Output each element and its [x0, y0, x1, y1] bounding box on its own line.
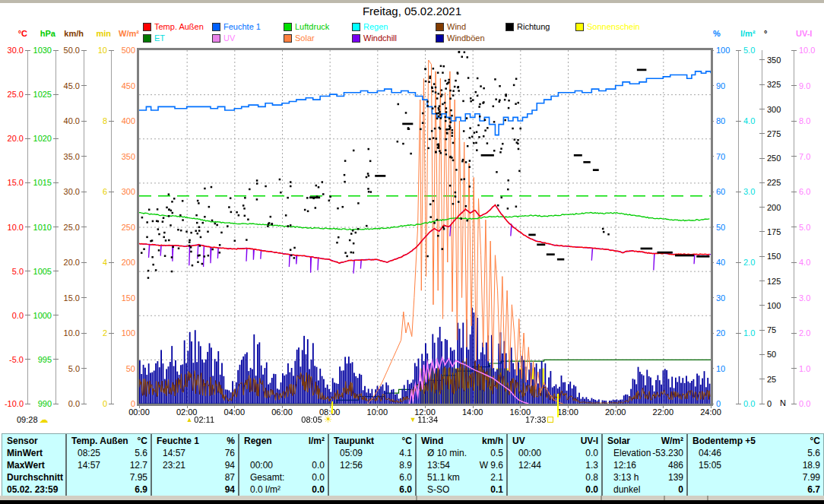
- axis-tick: [81, 156, 87, 157]
- axis-tick-label: 45.0: [52, 82, 80, 90]
- axis-tick: [791, 368, 797, 369]
- legend-label: Temp. Außen: [154, 22, 204, 31]
- summary-cell-row: 14:5776: [157, 448, 235, 460]
- legend-item-sonnenschein: Sonnenschein: [575, 22, 640, 31]
- moonset-icon: ▼: [409, 417, 416, 423]
- axis-tick-label: 5.0: [0, 268, 24, 276]
- legend-label: Windböen: [447, 33, 485, 43]
- legend-swatch: [505, 23, 514, 31]
- axis-tick-label: 5.0: [52, 365, 80, 373]
- legend-swatch: [212, 34, 220, 43]
- summary-cell-value: 94: [225, 460, 235, 472]
- summary-col-unit: l/m²: [309, 435, 325, 448]
- axis-tick-label: 2: [79, 329, 107, 338]
- axis-tick-label: 100: [107, 329, 135, 338]
- axis-tick: [791, 333, 797, 334]
- legend-item-richtung: Richtung: [505, 22, 550, 31]
- axis-tick: [791, 50, 797, 51]
- axis-tick-label: 150: [107, 294, 135, 303]
- axis-tick: [791, 227, 797, 227]
- axis-tick: [81, 227, 87, 227]
- axis-line: [762, 50, 762, 404]
- axis-tick: [759, 59, 765, 60]
- summary-col-unit: UV-I: [581, 435, 598, 448]
- axis-tick-label: 35.0: [52, 153, 80, 161]
- axis-unit-l/m²: l/m²: [740, 29, 766, 38]
- summary-cell-value: 1.3: [585, 460, 598, 472]
- legend-item-windchill: Windchill: [352, 33, 397, 43]
- summary-cell-time: 12:44: [512, 460, 541, 472]
- summary-cell-value: 8.9: [399, 460, 412, 472]
- summary-col-header: Feuchte 1%: [157, 435, 235, 448]
- summary-cell-row: 13:54W 9.6: [421, 460, 503, 472]
- axis-tick: [759, 379, 765, 379]
- summary-cell-value: 486: [668, 460, 683, 472]
- axis-unit-%: %: [713, 29, 739, 38]
- summary-cell-time: 13:54: [421, 460, 450, 472]
- summary-cell-time: [244, 448, 250, 460]
- axis-tick: [759, 84, 765, 85]
- moonrise-icon: ▲: [185, 417, 192, 423]
- axis-tick-label: 400: [107, 117, 135, 125]
- summary-cell-value: 5.6: [135, 448, 147, 460]
- x-tick-label: 20:00: [601, 407, 631, 417]
- axis-tick-label: 25.0: [52, 223, 80, 232]
- summary-cell-time: 51.1 km: [421, 472, 460, 484]
- summary-cell-time: [334, 472, 340, 484]
- axis-tick: [791, 156, 797, 157]
- x-tick-label: 06:00: [267, 407, 297, 417]
- summary-cell-time: 00:00: [512, 448, 541, 460]
- axis-tick: [53, 138, 59, 139]
- summary-cell-row: S-SO0.1: [421, 484, 503, 496]
- summary-col-unit: °C: [138, 435, 147, 448]
- legend-label: ET: [154, 33, 165, 43]
- summary-col-header: SolarW/m²: [607, 435, 683, 448]
- chart-plot-area: [139, 50, 711, 404]
- summary-col-taupunkt: Taupunkt°C05:094.112:568.96.06.0: [329, 434, 417, 496]
- legend-label: Feuchte 1: [223, 22, 261, 31]
- axis-tick-label: 1025: [24, 90, 52, 99]
- axis-tick-label: 5.0: [799, 223, 824, 232]
- axis-tick: [736, 192, 741, 192]
- summary-cell-value: 76: [225, 448, 235, 460]
- x-tick-label: 04:00: [219, 407, 249, 417]
- marker-moonset: ▼11:34: [409, 415, 438, 424]
- axis-unit-W/m²: W/m²: [113, 29, 139, 38]
- summary-label-column: SensorMinWertMaxWertDurchschnitt05.02. 2…: [2, 434, 67, 496]
- axis-tick-label: 450: [107, 82, 135, 90]
- summary-cell-row: 0.8: [512, 472, 598, 484]
- summary-cell-value: 6.7: [807, 484, 820, 496]
- axis-tick-label: 100: [716, 46, 744, 55]
- x-tick-label: 10:00: [362, 407, 392, 417]
- axis-tick-label: 150: [767, 252, 795, 261]
- axis-tick: [759, 354, 765, 355]
- summary-cell-value: 87: [225, 472, 235, 484]
- axis-tick: [81, 368, 87, 369]
- axis-tick-label: 10.0: [52, 329, 80, 338]
- summary-cell-row: 12:441.3: [512, 460, 598, 472]
- summary-cell-time: Elevation: [607, 448, 651, 460]
- axis-tick-label: 3.0: [799, 294, 824, 303]
- status-strip-mark: [664, 496, 665, 500]
- axis-tick: [759, 109, 765, 109]
- legend-item-solar: Solar: [284, 33, 315, 43]
- axis-tick-label: 1.0: [799, 365, 824, 373]
- status-strip-mark: [601, 496, 602, 500]
- summary-col-solar: SolarW/m²Elevation-53.23012:164863:13 h1…: [603, 434, 688, 496]
- summary-cell-time: [157, 472, 163, 484]
- summary-row-label: 05.02. 23:59: [7, 484, 62, 496]
- axis-tick-label: 200: [107, 258, 135, 267]
- x-tick-label: 22:00: [648, 407, 678, 417]
- summary-col-header: Bodentemp +5°C: [692, 435, 820, 448]
- summary-cell-row: [244, 448, 325, 460]
- summary-cell-value: 0.1: [490, 484, 503, 496]
- summary-cell-row: Elevation-53.230: [607, 448, 683, 460]
- summary-cell-time: [71, 484, 78, 496]
- axis-tick: [759, 330, 765, 331]
- summary-col-name: Wind: [421, 435, 443, 448]
- summary-cell-row: 6.0: [334, 484, 412, 496]
- summary-cell-time: 0.0 l/m²: [244, 484, 280, 496]
- axis-tick: [759, 404, 765, 404]
- legend-swatch: [143, 34, 151, 43]
- summary-cell-value: 0.5: [490, 448, 503, 460]
